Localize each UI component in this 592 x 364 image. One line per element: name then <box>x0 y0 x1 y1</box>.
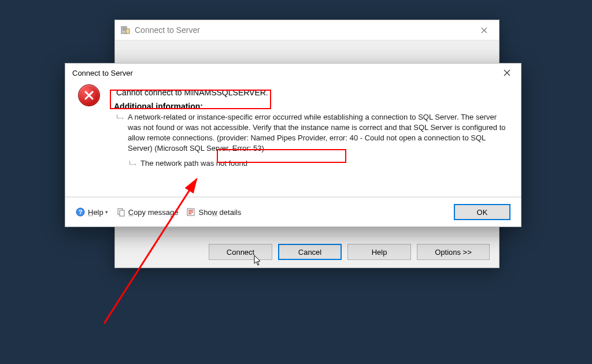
bg-close-button[interactable] <box>471 21 497 39</box>
show-details-label: Show details <box>198 208 241 217</box>
options-button-label: Options >> <box>435 248 472 257</box>
ok-button-label: OK <box>477 208 488 217</box>
tree-branch-icon: └→ <box>128 160 136 170</box>
details-icon <box>186 207 195 217</box>
dialog-close-button[interactable] <box>494 65 520 81</box>
show-details-link[interactable]: Show details <box>186 207 241 217</box>
copy-icon <box>116 207 125 217</box>
error-info-main-text: A network-related or instance-specific e… <box>128 113 505 153</box>
connect-button[interactable]: Connect <box>209 244 272 260</box>
bg-window-button-row: Connect Cancel Help Options >> <box>115 236 499 268</box>
error-info-main: └→ A network-related or instance-specifi… <box>114 112 510 154</box>
dialog-titlebar: Connect to Server <box>65 64 521 82</box>
copy-message-label: Copy message <box>128 208 179 217</box>
svg-rect-7 <box>120 210 124 216</box>
svg-text:?: ? <box>79 209 83 216</box>
dropdown-caret-icon: ▾ <box>105 209 108 215</box>
connect-button-label: Connect <box>227 248 254 257</box>
svg-rect-2 <box>123 28 125 29</box>
server-icon <box>121 25 130 35</box>
help-button[interactable]: Help <box>347 244 411 260</box>
bg-window-title: Connect to Server <box>135 25 200 35</box>
tree-branch-icon: └→ <box>115 114 123 124</box>
error-headline: Cannot connect to MINAMSSQLSERVER. <box>114 86 271 101</box>
copy-message-link[interactable]: Copy message <box>116 207 179 217</box>
error-dialog: Connect to Server Cannot connect to MINA… <box>65 63 521 227</box>
cancel-button-label: Cancel <box>298 248 321 257</box>
svg-rect-1 <box>126 29 130 34</box>
dialog-title: Connect to Server <box>72 69 494 77</box>
help-link[interactable]: ? Help ▾ <box>76 207 108 217</box>
help-link-label: Help <box>88 208 103 217</box>
help-icon: ? <box>76 207 85 217</box>
error-info-sub-text: The network path was not found <box>140 159 247 168</box>
additional-info-header: Additional information: <box>114 102 510 111</box>
bg-window-titlebar: Connect to Server <box>115 20 499 40</box>
dialog-footer: ? Help ▾ Copy message Show details OK <box>65 197 521 226</box>
options-button[interactable]: Options >> <box>417 244 490 260</box>
cancel-button[interactable]: Cancel <box>278 244 342 260</box>
error-icon <box>78 84 100 106</box>
error-info-sub: └→ The network path was not found <box>127 158 510 169</box>
dialog-body: Cannot connect to MINAMSSQLSERVER. Addit… <box>65 82 521 191</box>
svg-rect-3 <box>123 29 125 31</box>
ok-button[interactable]: OK <box>454 204 510 220</box>
help-button-label: Help <box>372 248 387 257</box>
